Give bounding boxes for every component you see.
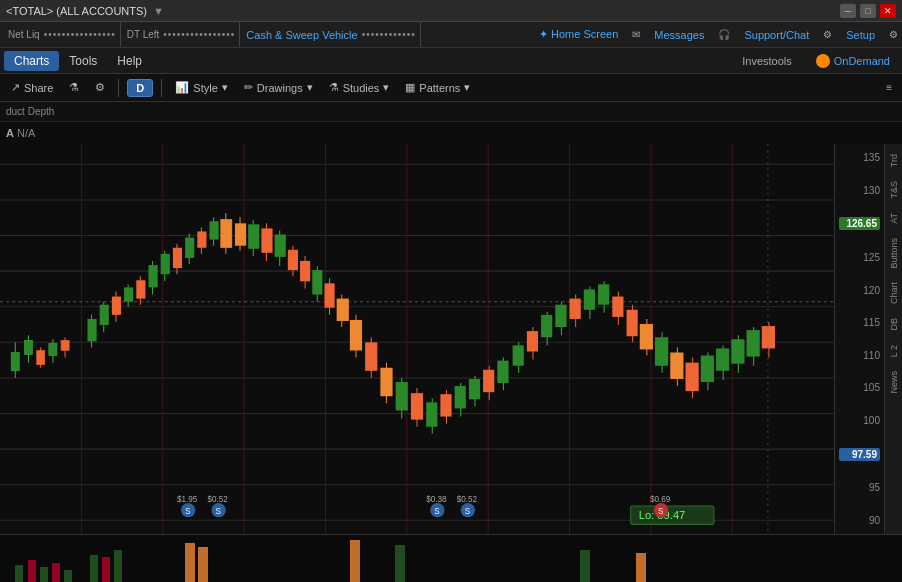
svg-rect-131 — [762, 326, 775, 348]
svg-rect-73 — [337, 299, 349, 321]
svg-rect-79 — [380, 368, 392, 396]
settings-icon[interactable]: ⚙ — [889, 29, 898, 40]
title-bar-left: <TOTAL> (ALL ACCOUNTS) ▼ — [6, 5, 840, 17]
side-tab-at[interactable]: AT — [887, 207, 901, 230]
side-panel-toggle[interactable]: ≡ — [882, 80, 896, 95]
patterns-chevron: ▾ — [464, 81, 470, 94]
svg-text:S: S — [434, 507, 440, 516]
cash-sweep-section: Cash & Sweep Vehicle •••••••••••• — [242, 22, 420, 47]
price-135: 135 — [839, 152, 880, 163]
volume-chart — [0, 535, 834, 582]
svg-rect-123 — [701, 356, 714, 382]
svg-text:$0.69: $0.69 — [650, 495, 671, 504]
pencil-icon: ✏ — [244, 81, 253, 94]
cash-sweep-label[interactable]: Cash & Sweep Vehicle — [246, 29, 357, 41]
svg-rect-37 — [112, 297, 121, 315]
title-bar-arrow: ▼ — [153, 5, 164, 17]
price-130: 130 — [839, 185, 880, 196]
dt-left-label: DT Left — [127, 29, 160, 40]
side-tab-db[interactable]: DB — [887, 312, 901, 337]
chart-area: Lo: 89.47 S $1.95 S $0.52 S $0.38 S $0.5… — [0, 144, 902, 534]
svg-rect-158 — [114, 550, 122, 582]
messages-link[interactable]: Messages — [654, 29, 704, 41]
price-105: 105 — [839, 382, 880, 393]
svg-text:S: S — [658, 507, 664, 516]
toolbar-sep-2 — [161, 79, 162, 97]
svg-text:$0.52: $0.52 — [207, 495, 228, 504]
svg-rect-59 — [248, 224, 259, 248]
svg-rect-27 — [37, 350, 45, 364]
svg-rect-127 — [731, 339, 744, 363]
svg-rect-65 — [288, 250, 298, 270]
side-tab-news[interactable]: News — [887, 365, 901, 400]
cash-sweep-value: •••••••••••• — [362, 29, 416, 40]
price-9759: 97.59 — [839, 448, 880, 461]
side-tab-chart[interactable]: Chart — [887, 276, 901, 310]
close-button[interactable]: ✕ — [880, 4, 896, 18]
drawings-button[interactable]: ✏ Drawings ▾ — [239, 79, 318, 96]
style-button[interactable]: 📊 Style ▾ — [170, 79, 232, 96]
price-125: 125 — [839, 252, 880, 263]
product-depth-label: duct Depth — [6, 106, 54, 117]
svg-rect-157 — [102, 557, 110, 582]
side-tab-ts[interactable]: T&S — [887, 175, 901, 205]
ondemand-button[interactable]: OnDemand — [808, 52, 898, 70]
candlestick-chart[interactable]: Lo: 89.47 S $1.95 S $0.52 S $0.38 S $0.5… — [0, 144, 834, 541]
chart-toolbar: ↗ Share ⚗ ⚙ D 📊 Style ▾ ✏ Drawings ▾ ⚗ S… — [0, 74, 902, 102]
svg-text:$1.95: $1.95 — [177, 495, 198, 504]
svg-rect-95 — [497, 361, 508, 383]
menu-help[interactable]: Help — [107, 51, 152, 71]
svg-rect-91 — [469, 379, 480, 399]
gear-setup-icon: ⚙ — [823, 29, 832, 40]
drawings-chevron: ▾ — [307, 81, 313, 94]
share-button[interactable]: ↗ Share — [6, 79, 58, 96]
menu-tools[interactable]: Tools — [59, 51, 107, 71]
svg-rect-101 — [541, 315, 552, 337]
svg-rect-97 — [513, 345, 524, 365]
drawings-label: Drawings — [257, 82, 303, 94]
share-icon: ↗ — [11, 81, 20, 94]
price-115: 115 — [839, 317, 880, 328]
price-95: 95 — [839, 482, 880, 493]
home-screen-link[interactable]: ✦ Home Screen — [539, 28, 618, 41]
price-120: 120 — [839, 285, 880, 296]
svg-rect-155 — [64, 570, 72, 582]
maximize-button[interactable]: □ — [860, 4, 876, 18]
svg-rect-160 — [198, 547, 208, 582]
svg-rect-129 — [747, 330, 760, 356]
svg-rect-151 — [15, 565, 23, 582]
svg-rect-109 — [598, 284, 609, 304]
svg-rect-119 — [670, 352, 683, 378]
period-button[interactable]: D — [127, 79, 153, 97]
svg-rect-23 — [11, 352, 19, 370]
svg-rect-31 — [61, 340, 69, 350]
investools-button[interactable]: Investools — [734, 53, 800, 69]
menu-charts[interactable]: Charts — [4, 51, 59, 71]
side-tab-l2[interactable]: L 2 — [887, 339, 901, 363]
svg-rect-85 — [426, 402, 437, 426]
ondemand-label: OnDemand — [834, 55, 890, 67]
side-tab-buttons[interactable]: Buttons — [887, 232, 901, 275]
svg-rect-57 — [235, 223, 246, 245]
svg-rect-99 — [527, 331, 538, 351]
svg-rect-113 — [627, 310, 638, 336]
svg-rect-150 — [0, 535, 834, 582]
side-tab-trd[interactable]: Trd — [887, 148, 901, 173]
svg-text:S: S — [465, 507, 471, 516]
svg-rect-81 — [396, 382, 408, 410]
ondemand-icon — [816, 54, 830, 68]
studies-button[interactable]: ⚗ Studies ▾ — [324, 79, 395, 96]
svg-rect-152 — [28, 560, 36, 582]
patterns-button[interactable]: ▦ Patterns ▾ — [400, 79, 475, 96]
beaker-icon[interactable]: ⚗ — [64, 79, 84, 96]
settings-gear-icon[interactable]: ⚙ — [90, 79, 110, 96]
support-link[interactable]: Support/Chat — [744, 29, 809, 41]
svg-rect-53 — [210, 221, 219, 239]
setup-link[interactable]: Setup — [846, 29, 875, 41]
svg-rect-49 — [185, 238, 194, 258]
title-bar: <TOTAL> (ALL ACCOUNTS) ▼ ─ □ ✕ — [0, 0, 902, 22]
product-depth-bar: duct Depth — [0, 102, 902, 122]
svg-rect-87 — [440, 394, 451, 416]
menu-right: Investools OnDemand — [734, 52, 898, 70]
minimize-button[interactable]: ─ — [840, 4, 856, 18]
